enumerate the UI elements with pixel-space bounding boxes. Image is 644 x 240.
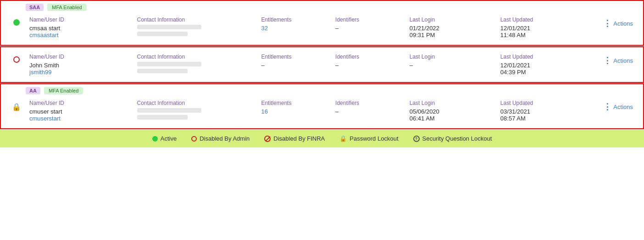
contact-blur-3 <box>137 108 201 113</box>
user-fullname-2: John Smith <box>29 62 130 69</box>
lastupdated-label-1: Last Updated <box>500 16 584 23</box>
contact-blur-2 <box>137 62 201 66</box>
identifiers-label-1: Identifiers <box>335 16 402 23</box>
lastlogin-time-3: 06:41 AM <box>410 115 493 122</box>
col-contact-3: Contact Information <box>133 100 258 122</box>
badges-row-1: SAA MFA Enabled <box>0 0 644 13</box>
name-label-1: Name/User ID <box>29 16 130 23</box>
legend-disabled-admin-label: Disabled By Admin <box>200 135 250 142</box>
col-lastupdated-1: Last Updated 12/01/2021 11:48 AM <box>497 16 588 38</box>
empty-circle-icon <box>13 56 20 63</box>
col-name-1: Name/User ID cmsaa start cmsaastart <box>26 16 133 38</box>
legend-security-question-label: Security Question Lockout <box>422 135 492 142</box>
contact-blur-3b <box>137 115 188 120</box>
legend-disabled-admin: Disabled By Admin <box>191 135 250 142</box>
col-contact-1: Contact Information <box>133 16 258 38</box>
col-entitlements-3: Entitlements 16 <box>257 100 332 115</box>
actions-label-2: Actions <box>613 57 633 64</box>
contact-blur-1b <box>137 32 188 36</box>
contact-blur-1 <box>137 25 201 29</box>
name-label-2: Name/User ID <box>29 54 130 60</box>
user-id-link-2[interactable]: jsmith99 <box>29 69 51 76</box>
identifiers-label-3: Identifiers <box>335 100 402 106</box>
lastupdated-date-1: 12/01/2021 <box>500 25 584 32</box>
lastlogin-time-1: 09:31 PM <box>410 32 493 38</box>
lock-icon: 🔒 <box>12 103 21 111</box>
lastlogin-label-2: Last Login <box>410 54 493 60</box>
actions-button-2[interactable]: ⋮ Actions <box>591 54 633 65</box>
lastupdated-date-2: 12/01/2021 <box>500 62 584 69</box>
actions-button-3[interactable]: ⋮ Actions <box>591 100 633 111</box>
lastlogin-date-2: – <box>410 62 493 69</box>
lastupdated-time-3: 08:57 AM <box>500 115 584 122</box>
data-row-1: Name/User ID cmsaa start cmsaastart Cont… <box>0 13 644 46</box>
actions-dots-icon-3: ⋮ <box>603 103 611 111</box>
status-icon-locked: 🔒 <box>7 100 26 111</box>
table-row: Name/User ID John Smith jsmith99 Contact… <box>0 46 644 83</box>
table-row: AA MFA Enabled 🔒 Name/User ID cmuser sta… <box>0 83 644 130</box>
actions-dots-icon-1: ⋮ <box>603 19 611 27</box>
legend-question-icon: ? <box>413 136 420 142</box>
legend-disabled-finra: Disabled By FINRA <box>264 135 325 142</box>
name-label-3: Name/User ID <box>29 100 130 106</box>
col-entitlements-1: Entitlements 32 <box>257 16 332 32</box>
badge-mfa-enabled: MFA Enabled <box>47 4 86 11</box>
col-lastlogin-1: Last Login 01/21/2022 09:31 PM <box>406 16 497 38</box>
identifiers-value-2: – <box>335 62 402 69</box>
data-row-2: Name/User ID John Smith jsmith99 Contact… <box>0 46 644 83</box>
status-icon-disabled <box>7 54 26 63</box>
contact-label-2: Contact Information <box>137 54 254 60</box>
legend-slash-circle-icon <box>264 136 271 142</box>
contact-blur-2b <box>137 69 188 73</box>
col-name-3: Name/User ID cmuser start cmuserstart <box>26 100 133 122</box>
badge-saa: SAA <box>26 4 44 11</box>
lastupdated-time-1: 11:48 AM <box>500 32 584 38</box>
col-name-2: Name/User ID John Smith jsmith99 <box>26 54 133 76</box>
legend-lock-icon: 🔒 <box>339 135 347 142</box>
contact-label-3: Contact Information <box>137 100 254 106</box>
entitlements-label-2: Entitlements <box>261 54 328 60</box>
legend-security-question: ? Security Question Lockout <box>413 135 492 142</box>
col-actions-1: ⋮ Actions <box>588 16 637 27</box>
user-id-link-1[interactable]: cmsaastart <box>29 32 59 38</box>
actions-label-3: Actions <box>613 104 633 110</box>
col-lastlogin-2: Last Login – <box>406 54 497 69</box>
legend-disabled-finra-label: Disabled By FINRA <box>273 135 325 142</box>
col-lastupdated-3: Last Updated 03/31/2021 08:57 AM <box>497 100 588 122</box>
col-contact-2: Contact Information <box>133 54 258 76</box>
identifiers-label-2: Identifiers <box>335 54 402 60</box>
legend-active: Active <box>152 135 177 142</box>
col-identifiers-3: Identifiers – <box>332 100 406 115</box>
data-row-3: 🔒 Name/User ID cmuser start cmuserstart … <box>0 96 644 129</box>
legend-active-label: Active <box>161 135 177 142</box>
legend-empty-circle-icon <box>191 136 197 142</box>
identifiers-value-1: – <box>335 25 402 32</box>
entitlements-link-1[interactable]: 32 <box>261 25 267 32</box>
user-fullname-1: cmsaa start <box>29 25 130 32</box>
badge-mfa-enabled-3: MFA Enabled <box>44 87 83 94</box>
entitlements-label-3: Entitlements <box>261 100 328 106</box>
actions-label-1: Actions <box>613 20 633 27</box>
col-lastlogin-3: Last Login 05/06/2020 06:41 AM <box>406 100 497 122</box>
legend-green-dot-icon <box>152 136 158 142</box>
col-entitlements-2: Entitlements – <box>257 54 332 69</box>
legend-bar: Active Disabled By Admin Disabled By FIN… <box>0 130 644 147</box>
entitlements-link-3[interactable]: 16 <box>261 108 267 115</box>
entitlements-value-2: – <box>261 62 328 69</box>
lastupdated-time-2: 04:39 PM <box>500 69 584 76</box>
actions-button-1[interactable]: ⋮ Actions <box>591 16 633 27</box>
badges-row-3: AA MFA Enabled <box>0 83 644 96</box>
legend-password-lockout: 🔒 Password Lockout <box>339 135 398 142</box>
col-lastupdated-2: Last Updated 12/01/2021 04:39 PM <box>497 54 588 76</box>
green-circle-icon <box>13 19 20 26</box>
entitlements-label-1: Entitlements <box>261 16 328 23</box>
table-row: SAA MFA Enabled Name/User ID cmsaa start… <box>0 0 644 46</box>
user-id-link-3[interactable]: cmuserstart <box>29 115 61 122</box>
col-actions-3: ⋮ Actions <box>588 100 637 111</box>
contact-label-1: Contact Information <box>137 16 254 23</box>
user-table: SAA MFA Enabled Name/User ID cmsaa start… <box>0 0 644 147</box>
lastlogin-label-1: Last Login <box>410 16 493 23</box>
col-actions-2: ⋮ Actions <box>588 54 637 65</box>
lastlogin-date-3: 05/06/2020 <box>410 108 493 115</box>
lastlogin-date-1: 01/21/2022 <box>410 25 493 32</box>
